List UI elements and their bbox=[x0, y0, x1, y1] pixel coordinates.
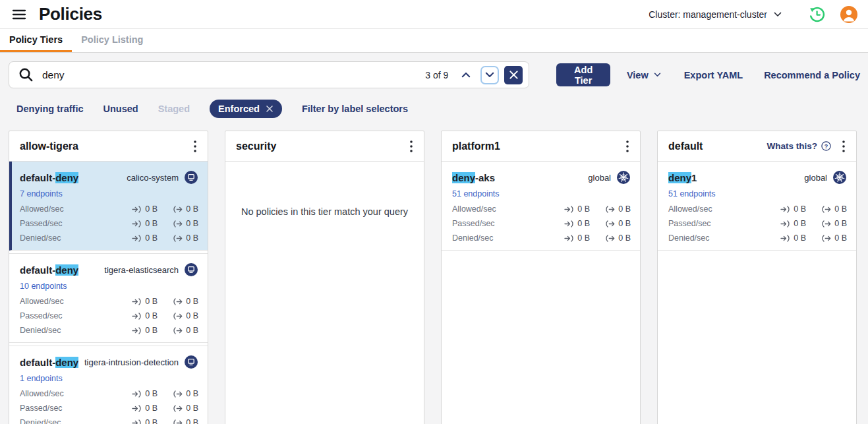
search-match-count: 3 of 9 bbox=[425, 70, 448, 80]
search-box: 3 of 9 bbox=[9, 61, 529, 88]
history-icon[interactable] bbox=[808, 6, 825, 23]
empty-tier-message: No policies in this tier match your quer… bbox=[225, 206, 424, 217]
filter-by-label-selectors[interactable]: Filter by label selectors bbox=[302, 104, 408, 114]
inbound-metric: 0 B bbox=[127, 204, 158, 214]
search-highlight: deny bbox=[452, 172, 475, 183]
inbound-arrow-icon bbox=[780, 206, 790, 213]
metric-label: Denied/sec bbox=[20, 418, 127, 424]
inbound-arrow-icon bbox=[132, 235, 142, 242]
hamburger-menu-icon[interactable] bbox=[11, 6, 28, 23]
previous-match-button[interactable] bbox=[459, 68, 473, 82]
whats-this-link[interactable]: Whats this?? bbox=[767, 141, 832, 151]
outbound-value: 0 B bbox=[186, 404, 198, 413]
filter-denying-traffic[interactable]: Denying traffic bbox=[16, 104, 84, 114]
policy-card-top: default-deny tigera-intrusion-detection bbox=[20, 355, 198, 369]
outbound-value: 0 B bbox=[186, 389, 198, 398]
outbound-metric: 0 B bbox=[168, 418, 198, 424]
inbound-metric: 0 B bbox=[127, 326, 158, 335]
metric-row: Denied/sec 0 B 0 B bbox=[20, 326, 198, 335]
tier-body: deny-aks global 51 endpoints Allowed/sec… bbox=[442, 162, 640, 424]
tab-policy-tiers[interactable]: Policy Tiers bbox=[0, 29, 72, 52]
metric-row: Passed/sec 0 B 0 B bbox=[668, 219, 847, 228]
policy-scope-label: calico-system bbox=[127, 173, 179, 183]
inbound-value: 0 B bbox=[794, 233, 806, 243]
tab-policy-listing[interactable]: Policy Listing bbox=[72, 29, 152, 52]
metric-row: Allowed/sec 0 B 0 B bbox=[452, 204, 631, 214]
metric-row: Denied/sec 0 B 0 B bbox=[20, 418, 198, 424]
policy-name: default-deny bbox=[20, 264, 78, 276]
outbound-metric: 0 B bbox=[600, 204, 631, 214]
tier-header: platform1 bbox=[442, 131, 640, 162]
export-yaml-link[interactable]: Export YAML bbox=[684, 70, 743, 80]
outbound-metric: 0 B bbox=[817, 219, 847, 228]
user-avatar-icon[interactable] bbox=[840, 6, 857, 23]
inbound-metric: 0 B bbox=[127, 311, 158, 320]
metric-label: Allowed/sec bbox=[20, 297, 127, 306]
cluster-selector-label: Cluster: management-cluster bbox=[649, 9, 767, 20]
endpoints-link[interactable]: 7 endpoints bbox=[20, 189, 63, 198]
endpoints-link[interactable]: 51 endpoints bbox=[668, 189, 716, 198]
tier-menu-button[interactable] bbox=[622, 140, 633, 153]
filter-enforced-pill[interactable]: Enforced bbox=[210, 100, 282, 118]
recommend-policy-link[interactable]: Recommend a Policy bbox=[764, 70, 860, 80]
filter-staged[interactable]: Staged bbox=[158, 104, 190, 114]
inbound-metric: 0 B bbox=[776, 204, 806, 214]
metric-label: Denied/sec bbox=[20, 326, 127, 335]
inbound-arrow-icon bbox=[132, 419, 142, 424]
tier-menu-button[interactable] bbox=[405, 140, 417, 153]
policy-card[interactable]: deny-aks global 51 endpoints Allowed/sec… bbox=[442, 162, 640, 251]
metric-row: Passed/sec 0 B 0 B bbox=[452, 219, 631, 228]
tier-header: security bbox=[225, 131, 424, 162]
close-icon bbox=[509, 70, 519, 80]
inbound-arrow-icon bbox=[564, 220, 574, 227]
endpoints-link[interactable]: 51 endpoints bbox=[452, 189, 500, 198]
clear-search-button[interactable] bbox=[504, 66, 523, 84]
kebab-menu-icon bbox=[626, 140, 629, 152]
metric-row: Denied/sec 0 B 0 B bbox=[20, 233, 198, 243]
endpoints-link[interactable]: 10 endpoints bbox=[20, 282, 67, 291]
tier-menu-button[interactable] bbox=[189, 140, 201, 153]
outbound-arrow-icon bbox=[605, 220, 615, 227]
policy-card[interactable]: default-deny tigera-intrusion-detection … bbox=[9, 346, 208, 424]
metric-label: Passed/sec bbox=[20, 311, 127, 320]
outbound-metric: 0 B bbox=[817, 204, 847, 214]
svg-text:?: ? bbox=[825, 143, 828, 150]
metric-row: Denied/sec 0 B 0 B bbox=[452, 233, 631, 243]
outbound-value: 0 B bbox=[186, 219, 198, 228]
policy-scope: tigera-intrusion-detection bbox=[84, 355, 198, 369]
policy-card[interactable]: default-deny tigera-elasticsearch 10 end… bbox=[9, 253, 208, 343]
tier-name: security bbox=[236, 140, 405, 152]
policy-card-top: deny-aks global bbox=[452, 170, 631, 185]
add-tier-button[interactable]: Add Tier bbox=[556, 63, 610, 86]
outbound-value: 0 B bbox=[186, 233, 198, 243]
outbound-metric: 0 B bbox=[600, 219, 631, 228]
filter-unused[interactable]: Unused bbox=[103, 104, 138, 114]
inbound-value: 0 B bbox=[145, 204, 158, 214]
tier-menu-button[interactable] bbox=[838, 140, 850, 153]
outbound-arrow-icon bbox=[173, 327, 183, 334]
inbound-value: 0 B bbox=[577, 219, 590, 228]
view-dropdown-label: View bbox=[627, 70, 649, 80]
outbound-arrow-icon bbox=[173, 419, 183, 424]
endpoints-link[interactable]: 1 endpoints bbox=[20, 374, 63, 383]
outbound-metric: 0 B bbox=[168, 297, 198, 306]
chevron-up-icon bbox=[461, 72, 471, 78]
search-input[interactable] bbox=[41, 69, 425, 82]
inbound-value: 0 B bbox=[145, 219, 158, 228]
tier-body: No policies in this tier match your quer… bbox=[225, 162, 424, 424]
view-dropdown[interactable]: View bbox=[627, 70, 661, 80]
outbound-value: 0 B bbox=[186, 418, 198, 424]
inbound-value: 0 B bbox=[577, 204, 590, 214]
cluster-selector[interactable]: Cluster: management-cluster bbox=[649, 9, 782, 20]
next-match-button[interactable] bbox=[480, 66, 499, 84]
tier-columns-container: allow-tigera default-deny calico-system … bbox=[9, 131, 860, 424]
policy-name: deny-aks bbox=[452, 172, 495, 183]
inbound-arrow-icon bbox=[132, 220, 142, 227]
remove-filter-icon[interactable] bbox=[266, 105, 274, 113]
policy-card[interactable]: deny1 global 51 endpoints Allowed/sec 0 … bbox=[658, 162, 856, 251]
inbound-arrow-icon bbox=[132, 390, 142, 398]
top-bar: Policies Cluster: management-cluster bbox=[0, 0, 868, 29]
search-highlight: deny bbox=[668, 172, 691, 183]
outbound-arrow-icon bbox=[173, 206, 183, 213]
policy-card[interactable]: default-deny calico-system 7 endpoints A… bbox=[9, 162, 208, 251]
